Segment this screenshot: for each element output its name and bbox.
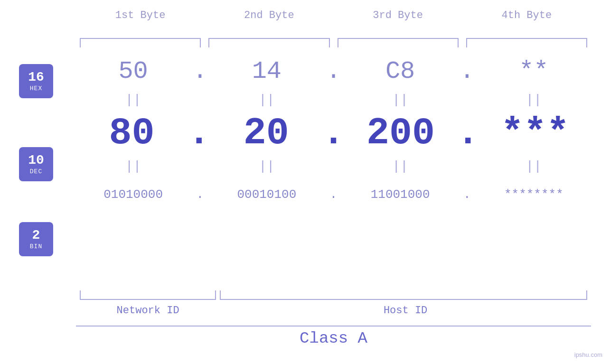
bracket-byte4 [466, 38, 587, 47]
hex-val-2: 14 [209, 57, 324, 85]
class-section: Class A [76, 326, 591, 347]
top-brackets [76, 38, 591, 47]
badge-bin: 2 BIN [19, 222, 53, 256]
dec-val-4: *** [479, 112, 591, 155]
rows-container: 50 . 14 . C8 . ** || || || || 80 . 20 . … [76, 47, 591, 214]
network-id-label: Network ID [80, 305, 216, 317]
header-byte3: 3rd Byte [334, 9, 462, 21]
dec-dot-2: . [322, 112, 345, 155]
bracket-network [80, 290, 216, 300]
badge-bin-label: BIN [30, 243, 42, 250]
eq1-2: || [209, 93, 324, 107]
bottom-labels: Network ID Host ID [76, 305, 591, 317]
bracket-byte3 [338, 38, 459, 47]
dec-dot-3: . [457, 112, 479, 155]
bin-dot-2: . [324, 187, 343, 202]
host-id-label: Host ID [220, 305, 591, 317]
eq1-4: || [477, 93, 591, 107]
class-label: Class A [76, 329, 591, 347]
badge-hex: 16 HEX [19, 64, 53, 98]
byte-headers: 1st Byte 2nd Byte 3rd Byte 4th Byte [76, 9, 591, 21]
badge-bin-num: 2 [32, 228, 40, 243]
bin-val-4: ******** [477, 187, 591, 202]
dec-val-1: 80 [76, 112, 188, 155]
class-line [76, 326, 591, 327]
header-byte4: 4th Byte [462, 9, 591, 21]
hex-val-3: C8 [343, 57, 458, 85]
equals-row-1: || || || || [76, 90, 591, 109]
bin-dot-3: . [458, 187, 477, 202]
eq2-3: || [343, 159, 458, 174]
dec-dot-1: . [188, 112, 210, 155]
header-byte2: 2nd Byte [205, 9, 333, 21]
hex-val-4: ** [477, 57, 591, 85]
hex-row: 50 . 14 . C8 . ** [76, 52, 591, 90]
bin-row: 01010000 . 00010100 . 11001000 . *******… [76, 176, 591, 214]
badge-hex-label: HEX [30, 85, 42, 92]
eq2-1: || [76, 159, 190, 174]
hex-dot-3: . [458, 57, 477, 85]
bin-val-3: 11001000 [343, 187, 458, 202]
dec-val-3: 200 [345, 112, 457, 155]
dec-val-2: 20 [210, 112, 322, 155]
bottom-brackets [76, 290, 591, 300]
badge-dec-label: DEC [30, 168, 42, 175]
bottom-section: Network ID Host ID [76, 290, 591, 317]
dec-row: 80 . 20 . 200 . *** [76, 109, 591, 157]
badge-hex-num: 16 [28, 70, 44, 85]
bin-val-1: 01010000 [76, 187, 190, 202]
bracket-host [220, 290, 587, 300]
eq1-1: || [76, 93, 190, 107]
hex-val-1: 50 [76, 57, 190, 85]
badge-dec: 10 DEC [19, 147, 53, 181]
equals-row-2: || || || || [76, 157, 591, 176]
main-container: 1st Byte 2nd Byte 3rd Byte 4th Byte 16 H… [0, 0, 610, 364]
bracket-byte2 [208, 38, 329, 47]
eq2-2: || [209, 159, 324, 174]
hex-dot-1: . [190, 57, 209, 85]
eq2-4: || [477, 159, 591, 174]
eq1-3: || [343, 93, 458, 107]
bracket-byte1 [80, 38, 201, 47]
bin-dot-1: . [190, 187, 209, 202]
hex-dot-2: . [324, 57, 343, 85]
header-byte1: 1st Byte [76, 9, 205, 21]
bin-val-2: 00010100 [209, 187, 324, 202]
watermark: ipshu.com [574, 351, 602, 358]
badge-dec-num: 10 [28, 153, 44, 168]
